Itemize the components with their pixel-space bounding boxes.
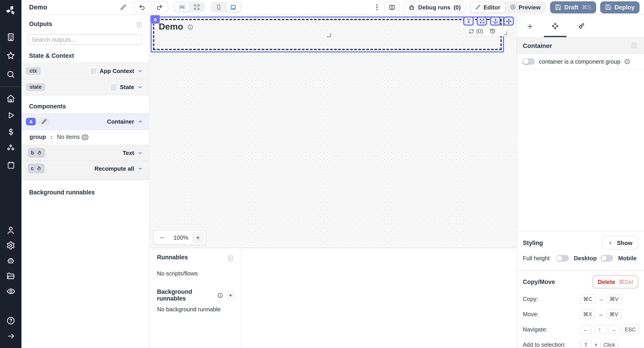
kbd-right: →: [608, 325, 620, 334]
expand-icon[interactable]: [477, 17, 487, 26]
tab-styling-brush-icon[interactable]: [568, 15, 594, 37]
full-width-icon[interactable]: [190, 3, 204, 12]
ai-bot-icon[interactable]: [0, 253, 22, 268]
insert-below-icon[interactable]: [463, 17, 474, 26]
selected-container[interactable]: a Demo: [153, 19, 502, 50]
full-height-label: Full height: [523, 255, 550, 262]
ctx-doc-icon[interactable]: [90, 68, 96, 74]
hand-pointer-icon: [37, 150, 42, 155]
canvas-width-toggle: [174, 2, 204, 13]
help-icon[interactable]: [0, 313, 22, 328]
kbd-copy: ⌘C: [580, 294, 596, 304]
ctx-type-label: App Context: [100, 68, 134, 74]
copy-move-section: Copy/Move Delete ⌘Del Copy: ⌘C → ⌘V Move…: [517, 271, 644, 348]
zoom-control: − 100% +: [154, 231, 206, 245]
zoom-in-button[interactable]: +: [192, 232, 204, 243]
top-toolbar: Demo ⋮ Debug runs (0) Editor: [22, 0, 644, 15]
outputs-panel: Outputs State & Context ctx App Context …: [22, 15, 149, 348]
schedules-icon[interactable]: [0, 157, 22, 172]
text-type-label: Text: [122, 149, 134, 156]
refresh-icon[interactable]: [469, 29, 474, 34]
kbd-cut: ⌘X: [580, 309, 595, 319]
container-id-badge: a: [26, 118, 36, 126]
undo-button[interactable]: [134, 2, 150, 13]
debug-runs-count: (0): [454, 4, 461, 11]
rename-pencil-icon[interactable]: [119, 3, 127, 12]
chevron-down-icon[interactable]: [137, 165, 143, 171]
output-row-state[interactable]: state State: [22, 79, 149, 95]
add-background-runnable-button[interactable]: [226, 290, 235, 300]
resize-grip[interactable]: [504, 31, 507, 35]
background-empty-text: No background runnable: [157, 306, 235, 313]
component-row-text[interactable]: b Text: [22, 145, 149, 161]
runnables-docs-icon[interactable]: [226, 254, 235, 262]
audit-eye-icon[interactable]: [0, 283, 22, 299]
favorites-icon[interactable]: [0, 48, 22, 63]
component-runs-box: (0): [465, 26, 508, 36]
chevron-down-icon[interactable]: [137, 68, 143, 74]
move-icon[interactable]: [504, 17, 514, 26]
full-height-mobile-toggle[interactable]: [601, 255, 613, 262]
tab-preview[interactable]: Preview: [505, 2, 545, 12]
inspector-docs-icon[interactable]: [630, 41, 638, 50]
resize-handle[interactable]: [327, 33, 331, 37]
component-group-toggle[interactable]: [522, 58, 535, 65]
tab-editor[interactable]: Editor: [470, 2, 505, 12]
device-toggle: [210, 2, 241, 13]
settings-gear-icon[interactable]: [0, 238, 22, 253]
zoom-level: 100%: [170, 234, 192, 241]
component-row-recompute[interactable]: c Recompute all: [22, 161, 149, 177]
workspace-rail: [0, 0, 22, 348]
info-icon: [624, 58, 630, 64]
tab-components-icon[interactable]: [542, 15, 568, 37]
kebab-menu-icon[interactable]: ⋮: [374, 2, 380, 12]
windmill-logo[interactable]: [0, 3, 22, 18]
mobile-view-icon[interactable]: [211, 3, 226, 12]
home-icon[interactable]: [0, 91, 22, 106]
desktop-view-icon[interactable]: [226, 3, 240, 12]
deploy-button[interactable]: Deploy: [600, 1, 640, 13]
docs-book-icon[interactable]: [384, 1, 399, 13]
workspace-icon[interactable]: [0, 30, 22, 45]
inspector-tabs: [517, 15, 644, 37]
app-editor-window: Demo ⋮ Debug runs (0) Editor: [0, 0, 644, 348]
styling-show-button[interactable]: Show: [602, 236, 638, 249]
kbd-click: Click: [600, 340, 618, 348]
centered-layout-icon[interactable]: [175, 3, 189, 12]
search-outputs-input[interactable]: [27, 34, 143, 45]
zoom-out-button[interactable]: −: [154, 233, 170, 242]
outputs-title: Outputs: [29, 21, 52, 27]
inspector-title: Container: [523, 42, 552, 49]
output-row-ctx[interactable]: ctx App Context: [22, 63, 149, 79]
state-doc-icon[interactable]: [110, 84, 117, 90]
recompute-id-badge: c: [31, 166, 34, 171]
draft-save-button[interactable]: Draft ⌘S: [550, 1, 596, 13]
variables-icon[interactable]: [0, 124, 22, 139]
edit-id-pencil-icon[interactable]: [39, 117, 50, 126]
text-component[interactable]: Demo: [159, 22, 193, 32]
tab-insert-plus-icon[interactable]: [517, 15, 542, 37]
collapse-sidebar-arrow-icon[interactable]: [0, 328, 22, 343]
selection-id-badge[interactable]: a: [150, 15, 160, 24]
chevron-down-icon[interactable]: [137, 84, 143, 90]
outputs-docs-icon[interactable]: [135, 21, 144, 29]
app-canvas[interactable]: a Demo (0) − 100% +: [149, 15, 516, 248]
draft-shortcut: ⌘S: [582, 4, 591, 11]
folders-icon[interactable]: [0, 268, 22, 283]
history-icon[interactable]: [490, 28, 496, 34]
chevron-down-icon[interactable]: [137, 150, 143, 156]
chevron-up-icon[interactable]: [137, 119, 143, 124]
kbd-paste: ⌘V: [606, 294, 622, 304]
deploy-label: Deploy: [614, 4, 634, 11]
runs-icon[interactable]: [0, 107, 22, 123]
anchor-icon[interactable]: [490, 17, 500, 26]
users-icon[interactable]: [0, 223, 22, 238]
delete-button[interactable]: Delete ⌘Del: [593, 275, 638, 288]
full-height-desktop-toggle[interactable]: [556, 255, 569, 262]
component-row-container[interactable]: a Container: [22, 113, 149, 130]
search-icon[interactable]: [0, 67, 22, 82]
redo-button[interactable]: [150, 2, 168, 13]
debug-runs-button[interactable]: Debug runs (0): [404, 1, 466, 13]
resources-icon[interactable]: [0, 141, 22, 156]
background-runnables-title: Background runnables: [157, 288, 214, 302]
